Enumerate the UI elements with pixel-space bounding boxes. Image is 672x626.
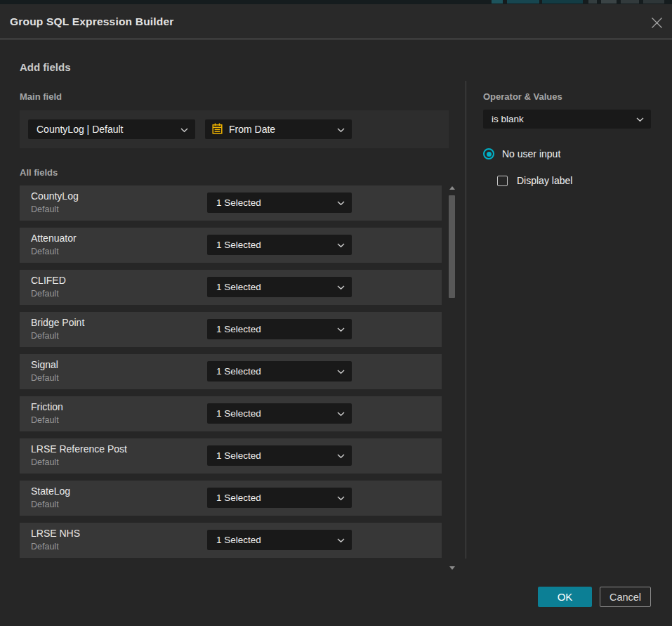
display-label-checkbox[interactable]: Display label xyxy=(497,175,572,186)
display-label-label: Display label xyxy=(517,175,572,186)
label-operator-values: Operator & Values xyxy=(483,91,562,102)
chevron-down-icon xyxy=(337,324,345,334)
field-row: CountyLog Default 1 Selected xyxy=(20,185,442,221)
selected-count: 1 Selected xyxy=(216,535,261,545)
no-user-input-label: No user input xyxy=(502,148,560,159)
field-row: Bridge Point Default 1 Selected xyxy=(20,312,442,347)
operator-select[interactable]: is blank xyxy=(483,110,651,129)
field-selected-dropdown[interactable]: 1 Selected xyxy=(207,488,352,508)
field-selected-dropdown[interactable]: 1 Selected xyxy=(207,445,352,466)
field-row: CLIFED Default 1 Selected xyxy=(20,270,442,305)
field-alias: Default xyxy=(31,289,59,299)
field-name: Attenuator xyxy=(31,233,77,244)
scrollbar-thumb[interactable] xyxy=(449,195,455,298)
field-alias: Default xyxy=(31,542,59,552)
field-selected-dropdown[interactable]: 1 Selected xyxy=(207,193,352,213)
field-row: Friction Default 1 Selected xyxy=(20,396,442,431)
field-selected-dropdown[interactable]: 1 Selected xyxy=(207,235,352,255)
checkbox-unchecked-icon[interactable] xyxy=(497,176,508,186)
field-name: Signal xyxy=(31,359,58,370)
background-fragment xyxy=(643,0,664,4)
layer-select-value: CountyLog | Default xyxy=(37,124,124,135)
selected-count: 1 Selected xyxy=(216,493,261,503)
field-name: LRSE NHS xyxy=(31,528,80,539)
field-alias: Default xyxy=(31,500,59,509)
field-selected-dropdown[interactable]: 1 Selected xyxy=(207,403,352,424)
operator-select-value: is blank xyxy=(492,114,524,124)
all-fields-list: CountyLog Default 1 Selected Attenuator … xyxy=(20,185,442,565)
scroll-down-arrow-icon[interactable] xyxy=(449,566,455,570)
field-selected-dropdown[interactable]: 1 Selected xyxy=(207,530,352,550)
field-name: LRSE Reference Post xyxy=(31,443,127,455)
field-alias: Default xyxy=(31,204,59,214)
no-user-input-radio[interactable]: No user input xyxy=(483,148,560,159)
fields-scrollbar[interactable] xyxy=(447,184,458,570)
dialog-title: Group SQL Expression Builder xyxy=(10,4,174,39)
date-field-select[interactable]: From Date xyxy=(205,119,352,139)
field-alias: Default xyxy=(31,373,59,383)
field-alias: Default xyxy=(31,457,59,467)
label-main-field: Main field xyxy=(20,91,62,102)
background-fragment xyxy=(601,0,617,4)
field-row: LRSE Reference Post Default 1 Selected xyxy=(20,438,442,474)
field-row: Signal Default 1 Selected xyxy=(20,354,442,389)
label-all-fields: All fields xyxy=(20,167,58,178)
chevron-down-icon xyxy=(337,450,345,461)
chevron-down-icon xyxy=(337,124,345,135)
chevron-down-icon xyxy=(337,408,345,419)
selected-count: 1 Selected xyxy=(216,197,261,208)
layer-select[interactable]: CountyLog | Default xyxy=(28,119,195,139)
field-name: CountyLog xyxy=(31,190,79,202)
selected-count: 1 Selected xyxy=(216,282,261,292)
chevron-down-icon xyxy=(337,197,345,208)
field-name: Friction xyxy=(31,401,63,412)
field-row: StateLog Default 1 Selected xyxy=(20,481,442,516)
field-name: Bridge Point xyxy=(31,317,84,328)
field-alias: Default xyxy=(31,331,59,341)
field-selected-dropdown[interactable]: 1 Selected xyxy=(207,361,352,382)
dialog-titlebar: Group SQL Expression Builder xyxy=(0,4,672,39)
background-fragment xyxy=(542,0,583,4)
selected-count: 1 Selected xyxy=(216,366,261,377)
field-alias: Default xyxy=(31,247,59,256)
selected-count: 1 Selected xyxy=(216,324,261,334)
chevron-down-icon xyxy=(636,114,644,124)
chevron-down-icon xyxy=(337,282,345,292)
close-icon[interactable] xyxy=(650,16,663,29)
background-fragment xyxy=(507,0,539,4)
field-alias: Default xyxy=(31,415,59,425)
selected-count: 1 Selected xyxy=(216,450,261,461)
field-selected-dropdown[interactable]: 1 Selected xyxy=(207,277,352,297)
selected-count: 1 Selected xyxy=(216,240,261,250)
ok-button[interactable]: OK xyxy=(538,587,592,607)
field-row: LRSE NHS Default 1 Selected xyxy=(20,523,442,558)
field-name: CLIFED xyxy=(31,275,66,286)
chevron-down-icon xyxy=(337,493,345,503)
field-selected-dropdown[interactable]: 1 Selected xyxy=(207,319,352,339)
calendar-icon xyxy=(212,123,223,136)
background-fragment xyxy=(492,0,503,4)
panel-divider xyxy=(466,81,466,559)
radio-selected-icon[interactable] xyxy=(483,148,494,159)
chevron-down-icon xyxy=(337,366,345,377)
dialog-group-sql-expression-builder: Group SQL Expression Builder Add fields … xyxy=(0,4,672,626)
background-fragment xyxy=(588,0,597,4)
scroll-up-arrow-icon[interactable] xyxy=(449,186,455,190)
chevron-down-icon xyxy=(337,240,345,250)
chevron-down-icon xyxy=(337,535,345,545)
date-field-value: From Date xyxy=(229,124,275,135)
field-name: StateLog xyxy=(31,485,70,497)
chevron-down-icon xyxy=(180,124,188,135)
selected-count: 1 Selected xyxy=(216,408,261,419)
cancel-button[interactable]: Cancel xyxy=(600,587,651,607)
field-row: Attenuator Default 1 Selected xyxy=(20,228,442,263)
section-title-add-fields: Add fields xyxy=(20,61,71,73)
background-fragment xyxy=(621,0,639,4)
main-field-panel: CountyLog | Default From Date xyxy=(20,110,449,148)
